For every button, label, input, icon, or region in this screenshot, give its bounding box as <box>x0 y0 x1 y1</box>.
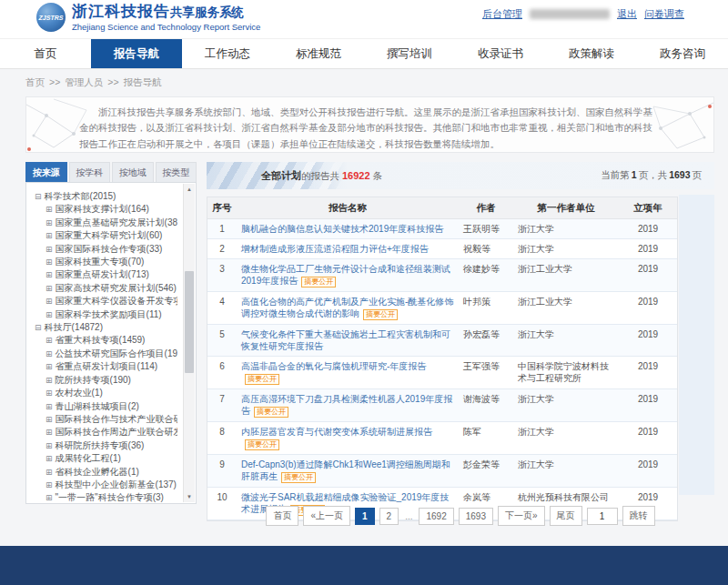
tree-scrollbar[interactable]: ▲ ▼ <box>183 184 195 502</box>
expand-icon[interactable]: ⊞ <box>46 362 53 371</box>
intro-panel: 浙江科技报告共享服务系统按部门、地域、类型对公开科技报告进行导航。这里展示的是浙… <box>25 96 714 153</box>
tree-node[interactable]: ⊞成果转化工程(1) <box>35 452 177 465</box>
survey-link[interactable]: 问卷调查 <box>644 7 684 21</box>
expand-icon[interactable]: ⊞ <box>46 245 53 254</box>
collapse-icon[interactable]: ⊟ <box>35 192 42 201</box>
expand-icon[interactable]: ⊞ <box>46 310 53 319</box>
access-badge: 摘要公开 <box>363 309 398 320</box>
expand-icon[interactable]: ⊞ <box>46 454 53 463</box>
network-decoration-left <box>26 97 90 153</box>
filter-sidebar: 按来源 按学科 按地域 按类型 ⊟科学技术部(2015) ⊞国家科技支撑计划(1… <box>25 162 197 504</box>
nav-item-policy[interactable]: 政策解读 <box>546 39 637 68</box>
breadcrumb-home[interactable]: 首页 <box>25 76 45 87</box>
table-row: 7 高压高湿环境下刀盘刀具检测柔性机器人2019年度报告摘要公开 谢海波等 浙江… <box>207 389 677 422</box>
breadcrumb-admin[interactable]: 管理人员 <box>65 76 103 87</box>
pagination-page-1[interactable]: 1 <box>355 508 375 525</box>
admin-link[interactable]: 后台管理 <box>482 7 522 21</box>
tree-node[interactable]: ⊞"一带一路"科技合作专项(3) <box>35 491 177 504</box>
pagination-page-1693[interactable]: 1693 <box>459 508 493 525</box>
nav-item-home[interactable]: 首页 <box>0 39 91 68</box>
report-title-link[interactable]: 脑机融合的脑信息认知关键技术2019年度科技报告 <box>241 224 443 234</box>
tree-node-root[interactable]: ⊟科学技术部(2015) <box>35 190 177 203</box>
pagination-last-button[interactable]: 尾页 <box>550 506 582 526</box>
nav-item-work-news[interactable]: 工作动态 <box>182 39 273 68</box>
expand-icon[interactable]: ⊞ <box>46 493 53 502</box>
tree-node[interactable]: ⊞科技型中小企业创新基金(137) <box>35 479 177 491</box>
scroll-down-icon[interactable]: ▼ <box>184 491 195 502</box>
tree-node[interactable]: ⊞国家重点研发计划(713) <box>35 268 177 281</box>
nav-item-writing-training[interactable]: 撰写培训 <box>364 39 455 68</box>
pagination-page-2[interactable]: 2 <box>379 508 399 525</box>
collapse-icon[interactable]: ⊟ <box>35 323 42 332</box>
logout-link[interactable]: 退出 <box>617 7 637 21</box>
tree-node[interactable]: ⊞国家重大科学仪器设备开发专项(31) <box>35 295 177 308</box>
tree-node[interactable]: ⊞国际科技合作与技术产业联合研发(2) <box>35 413 177 426</box>
tree-node[interactable]: ⊞国家重点基础研究发展计划(387) <box>35 217 177 229</box>
tree-node[interactable]: ⊞国际科技合作周边产业联合研发(3) <box>35 426 177 439</box>
report-title-link[interactable]: Def-Capn3(b)通过降解Chk1和Wee1调控细胞周期和肝脏再生 <box>241 459 450 481</box>
scrollbar-thumb[interactable] <box>185 271 194 373</box>
expand-icon[interactable]: ⊞ <box>46 284 53 293</box>
breadcrumb-separator: >> <box>107 76 118 87</box>
tab-by-source[interactable]: 按来源 <box>25 162 67 182</box>
report-title-link[interactable]: 内胚层器官发育与代谢突变体系统研制进展报告 <box>241 427 432 437</box>
tree-node[interactable]: ⊞省重点研发计划项目(114) <box>35 360 177 373</box>
tree-node[interactable]: ⊞国家高技术研究发展计划(546) <box>35 282 177 295</box>
expand-icon[interactable]: ⊞ <box>46 218 53 227</box>
tree-node[interactable]: ⊞农村农业(1) <box>35 387 177 399</box>
tree-node[interactable]: ⊞国家国际科技合作专项(33) <box>35 243 177 256</box>
expand-icon[interactable]: ⊞ <box>46 270 53 279</box>
nav-item-consult[interactable]: 政务咨询 <box>637 39 728 68</box>
report-title-link[interactable]: 高温非晶合金的氧化与腐蚀机理研究-年度报告 <box>241 361 426 371</box>
pagination-page-1692[interactable]: 1692 <box>419 508 453 525</box>
expand-icon[interactable]: ⊞ <box>46 231 53 240</box>
pagination-prev-button[interactable]: «上一页 <box>303 506 350 526</box>
expand-icon[interactable]: ⊞ <box>46 468 53 477</box>
expand-icon[interactable]: ⊞ <box>46 376 53 385</box>
expand-icon[interactable]: ⊞ <box>46 388 53 398</box>
scroll-up-icon[interactable]: ▲ <box>184 184 195 195</box>
expand-icon[interactable]: ⊞ <box>46 402 53 411</box>
breadcrumb-current: 报告导航 <box>124 76 162 87</box>
tab-by-region[interactable]: 按地域 <box>112 162 154 182</box>
table-row: 2 增材制造成形液压流道沿程阻力评估+年度报告 祝毅等 浙江大学 2019 <box>207 239 677 259</box>
table-row: 9 Def-Capn3(b)通过降解Chk1和Wee1调控细胞周期和肝脏再生摘要… <box>207 455 677 488</box>
expand-icon[interactable]: ⊞ <box>46 441 53 450</box>
nav-item-certificates[interactable]: 收录证书 <box>455 39 546 68</box>
expand-icon[interactable]: ⊞ <box>46 257 53 267</box>
page-jump-input[interactable] <box>587 508 618 525</box>
tree-node[interactable]: ⊞科研院所扶持专项(36) <box>35 439 177 452</box>
nav-item-report-navigation[interactable]: 报告导航 <box>91 39 182 68</box>
tree-node[interactable]: ⊞国家科技支撑计划(164) <box>35 203 177 216</box>
result-count: 16922 <box>342 170 370 181</box>
source-tree: ⊟科学技术部(2015) ⊞国家科技支撑计划(164) ⊞国家重点基础研究发展计… <box>25 182 197 504</box>
expand-icon[interactable]: ⊞ <box>46 336 53 345</box>
expand-icon[interactable]: ⊞ <box>46 415 53 424</box>
expand-icon[interactable]: ⊞ <box>46 205 53 214</box>
pagination-next-button[interactable]: 下一页» <box>498 506 545 526</box>
tree-node[interactable]: ⊞国家重大科学研究计划(60) <box>35 229 177 242</box>
report-title-link[interactable]: 增材制造成形液压流道沿程阻力评估+年度报告 <box>241 244 429 254</box>
expand-icon[interactable]: ⊞ <box>46 428 53 437</box>
report-title-link[interactable]: 高值化合物的高产优产机制及产业化实施-酰基化修饰调控对微生物合成代谢的影响 <box>241 297 453 318</box>
tree-node[interactable]: ⊞省科技企业孵化器(1) <box>35 466 177 479</box>
tab-by-subject[interactable]: 按学科 <box>69 162 111 182</box>
tree-node[interactable]: ⊞国家科学技术奖励项目(11) <box>35 308 177 321</box>
expand-icon[interactable]: ⊞ <box>46 480 53 489</box>
tree-node[interactable]: ⊞青山湖科技城项目(2) <box>35 400 177 413</box>
tree-node[interactable]: ⊞国家科技重大专项(70) <box>35 256 177 268</box>
expand-icon[interactable]: ⊞ <box>46 349 53 358</box>
expand-icon[interactable]: ⊞ <box>46 297 53 306</box>
tree-node[interactable]: ⊞省重大科技专项(1459) <box>35 334 177 347</box>
nav-item-standards[interactable]: 标准规范 <box>273 39 364 68</box>
tree-node-root[interactable]: ⊟科技厅(14872) <box>35 321 177 334</box>
report-title-link[interactable]: 气候变化条件下重大基础设施岩土工程灾害机制和可恢复性研究年度报告 <box>241 329 450 351</box>
page-jump-button[interactable]: 跳转 <box>622 506 655 526</box>
main-nav: 首页 报告导航 工作动态 标准规范 撰写培训 收录证书 政策解读 政务咨询 <box>0 38 728 69</box>
pagination-first-button[interactable]: 首页 <box>266 506 298 526</box>
report-title-link[interactable]: 微生物化学品工厂生物元件设计合成和途径组装测试2019年度报告 <box>241 264 450 286</box>
tree-node[interactable]: ⊞公益技术研究国际合作项目(19) <box>35 348 177 360</box>
tree-node[interactable]: ⊞院所扶持专项(190) <box>35 374 177 387</box>
tab-by-type[interactable]: 按类型 <box>156 162 197 182</box>
table-header: 序号 报告名称 作者 第一作者单位 立项年 <box>207 197 677 219</box>
